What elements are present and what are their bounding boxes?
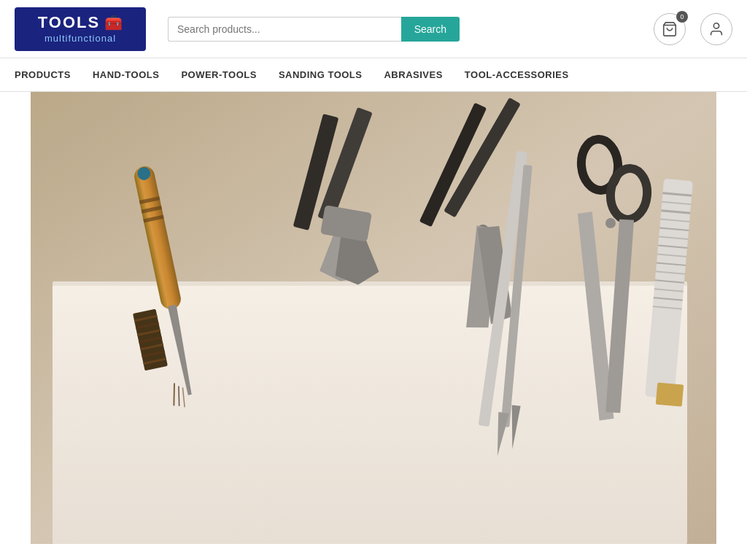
logo-title: TOOLS <box>38 15 100 31</box>
logo-icon: 🧰 <box>104 14 123 31</box>
main-nav: PRODUCTSHAND-TOOLSPOWER-TOOLSSANDING TOO… <box>0 58 747 92</box>
cart-badge: 0 <box>676 11 688 23</box>
search-area: Search <box>168 17 460 42</box>
hero-svg <box>0 92 747 544</box>
nav-item-sanding-tools[interactable]: SANDING TOOLS <box>279 61 363 89</box>
logo-subtitle: multifunctional <box>44 33 116 44</box>
search-button[interactable]: Search <box>401 17 460 42</box>
search-input[interactable] <box>168 17 401 42</box>
site-logo[interactable]: TOOLS 🧰 multifunctional <box>15 7 146 51</box>
svg-point-1 <box>713 23 719 28</box>
hero-section <box>0 92 747 544</box>
svg-rect-62 <box>31 92 716 544</box>
cart-button[interactable]: 0 <box>654 13 686 45</box>
hero-image <box>0 92 747 544</box>
header-icons: 0 <box>654 13 732 45</box>
account-button[interactable] <box>700 13 732 45</box>
nav-item-products[interactable]: PRODUCTS <box>15 61 71 89</box>
nav-item-tool-accessories[interactable]: TOOL-ACCESSORIES <box>465 61 569 89</box>
nav-item-abrasives[interactable]: ABRASIVES <box>384 61 442 89</box>
nav-item-hand-tools[interactable]: HAND-TOOLS <box>93 61 159 89</box>
site-header: TOOLS 🧰 multifunctional Search 0 <box>0 0 747 58</box>
user-icon <box>708 21 724 37</box>
cart-icon <box>662 21 678 37</box>
nav-item-power-tools[interactable]: POWER-TOOLS <box>181 61 256 89</box>
